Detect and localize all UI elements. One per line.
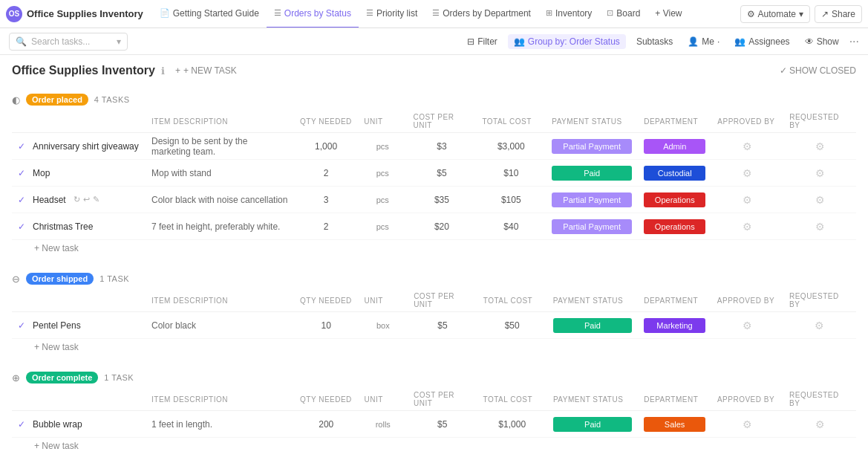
task-description: Design to be sent by the marketing team. xyxy=(146,133,294,160)
col-header-desc: ITEM DESCRIPTION xyxy=(146,289,294,312)
col-header-unit: UNIT xyxy=(358,388,408,411)
task-cost-per-unit: $3 xyxy=(407,133,476,160)
task-name-cell[interactable]: ✓ Headset ↻ ↩ ✎ xyxy=(12,187,146,213)
search-box[interactable]: 🔍 Search tasks... ▾ xyxy=(9,33,128,51)
gear-icon[interactable]: ⚙ xyxy=(743,194,752,206)
gear-icon[interactable]: ⚙ xyxy=(743,320,752,331)
task-description: Color black with noise cancellation xyxy=(146,187,294,213)
task-cost-per-unit: $5 xyxy=(407,160,476,187)
add-task-button[interactable]: + New task xyxy=(12,438,856,454)
task-name-cell[interactable]: ✓ Mop xyxy=(12,160,146,187)
nav-tab-orders-by-dept[interactable]: ☰Orders by Department xyxy=(425,0,538,28)
share-button[interactable]: ↗ Share xyxy=(815,5,862,23)
group-toggle-order-shipped[interactable]: ⊖ xyxy=(12,274,20,285)
gear-icon[interactable]: ⚙ xyxy=(815,221,825,233)
task-name: Bubble wrap xyxy=(33,419,82,430)
task-department: Operations xyxy=(638,213,711,240)
task-approved-by: ⚙ xyxy=(711,411,783,438)
task-requested-by: ⚙ xyxy=(783,160,856,187)
task-qty: 2 xyxy=(294,160,358,187)
new-task-button[interactable]: + + NEW TASK xyxy=(171,64,241,77)
task-total-cost: $50 xyxy=(477,312,547,339)
task-requested-by: ⚙ xyxy=(783,133,856,160)
filter-button[interactable]: ⊟ Filter xyxy=(463,34,502,49)
show-button[interactable]: 👁 Show xyxy=(800,34,843,49)
task-name-cell[interactable]: ✓ Pentel Pens xyxy=(12,312,146,339)
gear-icon[interactable]: ⚙ xyxy=(743,167,752,179)
group-section-order-shipped: ⊖ Order shipped 1 TASK ITEM DESCRIPTION … xyxy=(12,268,856,355)
edit-icon[interactable]: ✎ xyxy=(93,195,99,204)
task-department: Custodial xyxy=(638,160,711,187)
gear-icon[interactable]: ⚙ xyxy=(815,320,824,331)
nav-tab-orders-by-status[interactable]: ☰Orders by Status xyxy=(267,0,359,28)
nav-tab-priority-list[interactable]: ☰Priority list xyxy=(359,0,425,28)
tab-icon-orders-by-dept: ☰ xyxy=(432,8,440,18)
automate-button[interactable]: ⚙ Automate ▾ xyxy=(740,5,810,23)
task-name-cell[interactable]: ✓ Anniversary shirt giveaway xyxy=(12,133,146,160)
task-unit: rolls xyxy=(358,411,408,438)
col-header-cost: COST PER UNIT xyxy=(407,110,476,133)
task-name-cell[interactable]: ✓ Christmas Tree xyxy=(12,213,146,240)
gear-icon[interactable]: ⚙ xyxy=(743,140,752,152)
add-task-button[interactable]: + New task xyxy=(12,240,856,256)
nav-tab-inventory[interactable]: ⊞Inventory xyxy=(538,0,599,28)
task-department: Sales xyxy=(638,411,711,438)
group-toggle-order-placed[interactable]: ◐ xyxy=(12,94,20,106)
top-nav: OS Office Supplies Inventory 📄Getting St… xyxy=(0,0,868,28)
gear-icon[interactable]: ⚙ xyxy=(815,194,825,206)
group-header-order-placed: ◐ Order placed 4 TASKS xyxy=(12,89,856,110)
gear-icon[interactable]: ⚙ xyxy=(743,418,752,430)
task-name-cell[interactable]: ✓ Bubble wrap xyxy=(12,411,146,438)
reload-icon[interactable]: ↻ xyxy=(74,195,80,204)
col-header-unit: UNIT xyxy=(359,289,408,312)
check-icon: ✓ xyxy=(18,419,28,430)
payment-badge: Partial Payment xyxy=(552,192,632,207)
task-department: Marketing xyxy=(638,312,711,339)
task-cost-per-unit: $5 xyxy=(408,312,477,339)
table-row: ✓ Anniversary shirt giveaway Design to b… xyxy=(12,133,856,160)
groups-container: ◐ Order placed 4 TASKS ITEM DESCRIPTION … xyxy=(12,89,856,454)
task-unit: pcs xyxy=(358,213,407,240)
automate-icon: ⚙ xyxy=(747,9,755,19)
add-task-button[interactable]: + New task xyxy=(12,339,856,355)
tab-label-getting-started: Getting Started Guide xyxy=(173,8,259,19)
gear-icon[interactable]: ⚙ xyxy=(815,140,825,152)
nav-tab-getting-started[interactable]: 📄Getting Started Guide xyxy=(152,0,267,28)
me-button[interactable]: 👤 Me · xyxy=(683,34,724,49)
assignees-button[interactable]: 👥 Assignees xyxy=(730,34,794,49)
task-total-cost: $10 xyxy=(476,160,546,187)
tab-icon-priority-list: ☰ xyxy=(366,8,373,18)
col-header-desc: ITEM DESCRIPTION xyxy=(146,388,294,411)
dept-badge: Sales xyxy=(644,417,705,432)
dept-badge: Custodial xyxy=(644,166,705,181)
reply-icon[interactable]: ↩ xyxy=(83,195,90,204)
task-name: Christmas Tree xyxy=(33,221,93,232)
task-department: Operations xyxy=(638,187,711,213)
gear-icon[interactable]: ⚙ xyxy=(815,167,825,179)
nav-tab-board[interactable]: ⊡Board xyxy=(599,0,647,28)
nav-tab-view[interactable]: + View xyxy=(647,0,689,28)
group-by-button[interactable]: 👥 Group by: Order Status xyxy=(508,34,626,49)
task-unit: pcs xyxy=(358,133,407,160)
check-icon: ✓ xyxy=(18,221,28,232)
tab-label-priority-list: Priority list xyxy=(376,8,417,19)
table-row: ✓ Bubble wrap 1 feet in length. 200 roll… xyxy=(12,411,856,438)
more-options-icon[interactable]: ··· xyxy=(849,35,859,48)
subtasks-button[interactable]: Subtasks xyxy=(632,34,677,49)
chevron-down-icon: ▾ xyxy=(117,36,121,47)
table-row: ✓ Pentel Pens Color black 10 box $5 $50 … xyxy=(12,312,856,339)
group-count-order-complete: 1 TASK xyxy=(104,373,134,382)
show-closed-button[interactable]: ✓ SHOW CLOSED xyxy=(780,65,856,76)
task-table-order-complete: ITEM DESCRIPTION QTY NEEDED UNIT COST PE… xyxy=(12,388,856,438)
group-toggle-order-complete[interactable]: ⊕ xyxy=(12,372,20,384)
gear-icon[interactable]: ⚙ xyxy=(815,418,825,430)
task-approved-by: ⚙ xyxy=(711,312,783,339)
search-placeholder: Search tasks... xyxy=(31,36,90,47)
info-icon[interactable]: ℹ xyxy=(161,65,165,77)
task-total-cost: $1,000 xyxy=(477,411,547,438)
tab-label-inventory: Inventory xyxy=(555,8,592,19)
check-icon: ✓ xyxy=(18,141,28,152)
page-title: Office Supplies Inventory xyxy=(12,64,155,77)
task-department: Admin xyxy=(638,133,711,160)
gear-icon[interactable]: ⚙ xyxy=(743,221,752,233)
